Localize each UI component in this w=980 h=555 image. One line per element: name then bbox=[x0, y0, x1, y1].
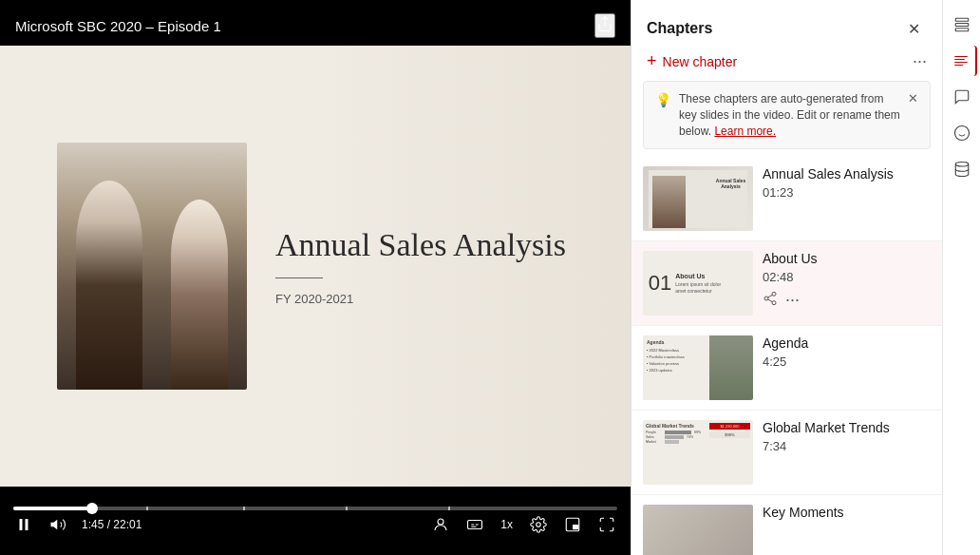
controls-right: 1x bbox=[430, 514, 617, 535]
time-display: 1:45 / 22:01 bbox=[82, 518, 141, 531]
banner-close-button[interactable]: ✕ bbox=[908, 91, 918, 105]
chapter-info: About Us 02:48 ··· bbox=[763, 251, 931, 310]
new-chapter-button[interactable]: + New chapter bbox=[647, 51, 737, 71]
chapter-thumbnail: Global Market Trends People99% Sales74% … bbox=[643, 420, 753, 485]
chapter-share-button[interactable] bbox=[763, 291, 778, 309]
speed-label: 1x bbox=[500, 518, 513, 531]
chapter-actions: ··· bbox=[763, 290, 931, 310]
slide-content: Annual Sales Analysis FY 2020-2021 bbox=[0, 46, 631, 487]
toolbar-transcript-button[interactable] bbox=[947, 46, 977, 76]
chapter-thumbnail bbox=[643, 505, 753, 555]
chapter-thumbnail: 01 About Us Lorem ipsum sit doloramet co… bbox=[643, 251, 753, 316]
chapter-markers bbox=[13, 507, 617, 510]
svg-point-9 bbox=[764, 297, 768, 300]
chapter-info: Annual Sales Analysis 01:23 bbox=[763, 166, 931, 200]
info-banner: 💡 These chapters are auto-generated from… bbox=[643, 81, 931, 149]
fullscreen-button[interactable] bbox=[596, 514, 617, 535]
slide-heading: Annual Sales Analysis bbox=[275, 226, 602, 265]
slide-text-area: Annual Sales Analysis FY 2020-2021 bbox=[247, 207, 631, 326]
chapter-info: Key Moments bbox=[763, 505, 931, 524]
chapter-item[interactable]: Annual SalesAnalysis Annual Sales Analys… bbox=[631, 157, 942, 241]
sidebar-header: Chapters ✕ bbox=[631, 0, 942, 42]
slide-subtext: FY 2020-2021 bbox=[275, 292, 602, 306]
slide-photo bbox=[57, 143, 247, 390]
video-player-section: Microsoft SBC 2020 – Episode 1 Annual Sa… bbox=[0, 0, 631, 555]
svg-point-3 bbox=[438, 519, 443, 525]
svg-rect-1 bbox=[26, 519, 28, 530]
svg-point-5 bbox=[537, 523, 541, 527]
miniplayer-button[interactable] bbox=[562, 514, 583, 535]
svg-rect-12 bbox=[955, 24, 969, 27]
svg-rect-13 bbox=[955, 29, 969, 31]
svg-rect-0 bbox=[20, 519, 23, 530]
chapter-name: Key Moments bbox=[763, 505, 931, 520]
toolbar-chapters-button[interactable] bbox=[947, 10, 977, 40]
chapter-item[interactable]: Global Market Trends People99% Sales74% … bbox=[631, 411, 942, 495]
vertical-toolbar bbox=[942, 0, 980, 555]
share-icon bbox=[596, 15, 613, 32]
volume-button[interactable] bbox=[47, 514, 68, 535]
plus-icon: + bbox=[647, 51, 657, 71]
toolbar-settings-button[interactable] bbox=[947, 154, 977, 184]
svg-point-10 bbox=[772, 301, 776, 305]
chapter-item[interactable]: Agenda ▪ 2022 Masterclass ▪ Portfolio ma… bbox=[631, 326, 942, 411]
svg-rect-4 bbox=[468, 521, 482, 529]
svg-rect-11 bbox=[955, 18, 969, 21]
settings-button[interactable] bbox=[528, 514, 549, 535]
toolbar-comments-button[interactable] bbox=[947, 82, 977, 112]
svg-marker-2 bbox=[51, 520, 58, 530]
chapter-name: Global Market Trends bbox=[763, 420, 931, 435]
learn-more-link[interactable]: Learn more. bbox=[714, 124, 776, 138]
person-button[interactable] bbox=[430, 514, 451, 535]
chapter-item[interactable]: Key Moments bbox=[631, 495, 942, 555]
video-title-bar: Microsoft SBC 2020 – Episode 1 bbox=[0, 0, 631, 46]
controls-bar: 1:45 / 22:01 bbox=[0, 487, 631, 555]
svg-rect-7 bbox=[573, 525, 578, 529]
chapter-thumbnail: Agenda ▪ 2022 Masterclass ▪ Portfolio ma… bbox=[643, 335, 753, 400]
svg-point-8 bbox=[772, 293, 776, 297]
toolbar-reactions-button[interactable] bbox=[947, 118, 977, 148]
new-chapter-label: New chapter bbox=[663, 54, 738, 69]
share-button[interactable] bbox=[594, 13, 615, 38]
chapter-time: 02:48 bbox=[763, 270, 931, 284]
svg-point-15 bbox=[955, 163, 969, 167]
info-text: These chapters are auto-generated from k… bbox=[679, 91, 900, 139]
video-frame: Annual Sales Analysis FY 2020-2021 bbox=[0, 46, 631, 487]
controls-left: 1:45 / 22:01 bbox=[13, 514, 141, 535]
chapter-info: Global Market Trends 7:34 bbox=[763, 420, 931, 453]
play-pause-button[interactable] bbox=[13, 514, 34, 535]
captions-button[interactable] bbox=[464, 514, 485, 535]
controls-row: 1:45 / 22:01 bbox=[13, 514, 617, 535]
chapter-item[interactable]: 01 About Us Lorem ipsum sit doloramet co… bbox=[631, 241, 942, 326]
sidebar-title: Chapters bbox=[647, 20, 712, 37]
chapter-time: 4:25 bbox=[763, 354, 931, 369]
chapters-sidebar: Chapters ✕ + New chapter ··· 💡 These cha… bbox=[631, 0, 980, 555]
info-icon: 💡 bbox=[655, 92, 671, 107]
progress-bar[interactable] bbox=[13, 507, 617, 510]
chapter-name: About Us bbox=[763, 251, 931, 266]
chapters-more-button[interactable]: ··· bbox=[913, 51, 927, 71]
video-title: Microsoft SBC 2020 – Episode 1 bbox=[15, 18, 221, 34]
new-chapter-row: + New chapter ··· bbox=[631, 42, 942, 81]
chapter-name: Agenda bbox=[763, 335, 931, 351]
svg-point-14 bbox=[954, 126, 969, 141]
chapter-more-button[interactable]: ··· bbox=[785, 290, 800, 310]
close-button[interactable]: ✕ bbox=[900, 15, 927, 42]
chapter-info: Agenda 4:25 bbox=[763, 335, 931, 369]
chapter-time: 01:23 bbox=[763, 185, 931, 200]
chapter-thumbnail: Annual SalesAnalysis bbox=[643, 166, 753, 231]
info-body-text: These chapters are auto-generated from k… bbox=[679, 92, 900, 138]
chapter-time: 7:34 bbox=[763, 439, 931, 453]
chapters-list: Annual SalesAnalysis Annual Sales Analys… bbox=[631, 157, 942, 555]
slide-divider bbox=[275, 278, 323, 278]
chapter-name: Annual Sales Analysis bbox=[763, 166, 931, 182]
speed-button[interactable]: 1x bbox=[499, 516, 515, 533]
